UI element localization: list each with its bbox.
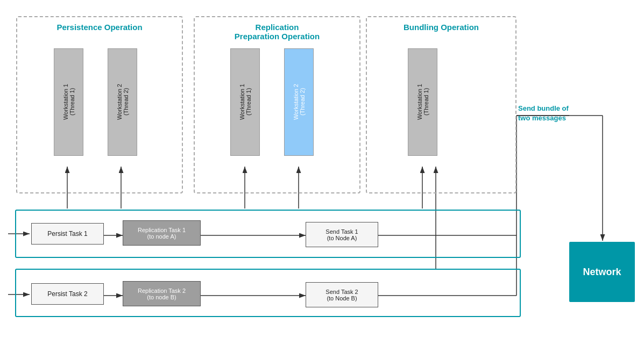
workstation-persistence-2: Workstation 2 (Thread 2) [108, 48, 137, 156]
send-task-2: Send Task 2(to Node B) [306, 282, 378, 307]
workstation-bundling-1: Workstation 1 (Thread 1) [408, 48, 437, 156]
network-box: Network [569, 242, 635, 302]
replication-operation-title: Replication Preparation Operation [199, 23, 355, 41]
persistence-operation-box [16, 16, 183, 193]
send-bundle-text: Send bundle of two messages [518, 104, 569, 123]
workstation-replication-2: Workstation 2 (Thread 2) [284, 48, 314, 156]
workstation-replication-1: Workstation 1 (Thread 1) [230, 48, 260, 156]
send-task-1: Send Task 1(to Node A) [306, 222, 378, 247]
replication-operation-box [194, 16, 360, 193]
persistence-operation-title: Persistence Operation [32, 23, 167, 32]
persist-task-1: Persist Task 1 [31, 223, 104, 245]
replication-task-2: Replication Task 2(to node B) [123, 281, 201, 306]
diagram-container: Persistence Operation Replication Prepar… [0, 0, 644, 345]
replication-task-1: Replication Task 1(to node A) [123, 220, 201, 246]
persist-task-2: Persist Task 2 [31, 283, 104, 305]
bundling-operation-box [366, 16, 516, 193]
bundling-operation-title: Bundling Operation [371, 23, 511, 32]
workstation-persistence-1: Workstation 1 (Thread 1) [54, 48, 83, 156]
